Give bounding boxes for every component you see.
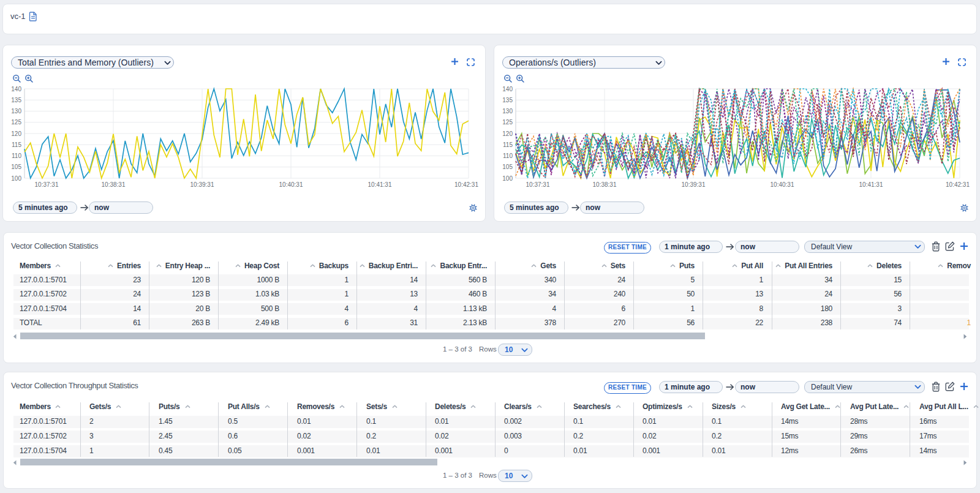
svg-text:125: 125: [502, 119, 513, 126]
svg-text:125: 125: [11, 119, 21, 126]
svg-text:10:38:31: 10:38:31: [102, 181, 126, 188]
svg-text:10:41:31: 10:41:31: [859, 181, 883, 188]
svg-text:10:37:31: 10:37:31: [526, 181, 550, 188]
svg-text:140: 140: [502, 86, 513, 92]
svg-text:105: 105: [11, 164, 21, 170]
svg-text:115: 115: [503, 141, 513, 148]
svg-text:140: 140: [11, 86, 21, 92]
svg-text:110: 110: [503, 152, 513, 159]
svg-text:130: 130: [11, 108, 21, 115]
svg-text:135: 135: [11, 97, 21, 103]
svg-text:130: 130: [502, 108, 513, 115]
svg-text:10:42:31: 10:42:31: [946, 181, 970, 188]
svg-text:100: 100: [502, 175, 513, 182]
svg-text:10:39:31: 10:39:31: [190, 181, 214, 188]
svg-text:115: 115: [12, 141, 21, 148]
svg-text:10:37:31: 10:37:31: [35, 181, 59, 188]
svg-text:10:40:31: 10:40:31: [771, 181, 794, 188]
svg-text:10:41:31: 10:41:31: [368, 181, 392, 188]
svg-text:10:42:31: 10:42:31: [454, 181, 478, 188]
svg-text:10:40:31: 10:40:31: [279, 181, 303, 188]
svg-text:100: 100: [11, 175, 21, 182]
svg-text:120: 120: [502, 130, 513, 137]
svg-text:10:39:31: 10:39:31: [682, 181, 706, 188]
svg-text:10:38:31: 10:38:31: [593, 181, 617, 188]
svg-text:120: 120: [11, 130, 21, 137]
svg-text:105: 105: [502, 164, 513, 170]
svg-text:110: 110: [12, 152, 21, 159]
svg-text:135: 135: [502, 97, 513, 103]
